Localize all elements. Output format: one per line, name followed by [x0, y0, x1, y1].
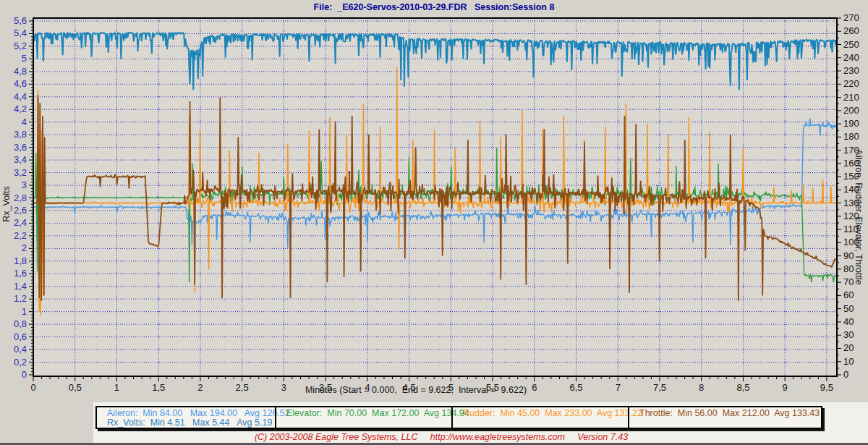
svg-text:180: 180 — [843, 131, 859, 142]
svg-text:50: 50 — [843, 303, 854, 314]
svg-text:80: 80 — [843, 263, 854, 274]
svg-text:4: 4 — [22, 116, 27, 127]
svg-text:1,2: 1,2 — [14, 293, 27, 304]
svg-text:0: 0 — [22, 369, 27, 380]
svg-text:3,8: 3,8 — [14, 129, 27, 140]
svg-text:2: 2 — [22, 242, 27, 253]
svg-text:4,2: 4,2 — [14, 103, 27, 114]
legend-cell-rudder: Rudder: Min 45.00 Max 233.00 Avg 133.22 — [451, 407, 628, 428]
svg-text:90: 90 — [843, 250, 854, 261]
svg-text:0,8: 0,8 — [14, 318, 27, 329]
svg-text:1,6: 1,6 — [14, 268, 27, 279]
svg-text:270: 270 — [843, 12, 859, 23]
svg-text:250: 250 — [843, 39, 859, 50]
svg-text:5,4: 5,4 — [14, 27, 27, 38]
svg-text:5,2: 5,2 — [14, 41, 27, 51]
svg-text:2,2: 2,2 — [14, 230, 27, 241]
svg-text:0,6: 0,6 — [14, 331, 27, 342]
svg-text:30: 30 — [843, 329, 854, 340]
app-window: File: _E620-Servos-2010-03-29.FDR Sessio… — [0, 0, 868, 445]
copyright-text: (C) 2003-2008 Eagle Tree Systems, LLC ht… — [94, 432, 788, 442]
svg-text:5: 5 — [22, 53, 27, 64]
legend-cell-throttle: Throttle: Min 56.00 Max 212.00 Avg 133.4… — [628, 407, 820, 428]
svg-text:3,6: 3,6 — [14, 142, 27, 153]
svg-text:40: 40 — [843, 316, 854, 327]
svg-text:4,8: 4,8 — [14, 66, 27, 77]
svg-text:1,8: 1,8 — [14, 255, 27, 266]
svg-text:4,6: 4,6 — [14, 78, 27, 89]
x-axis-title: Minutes (Start = 0.000, End = 9.622, Int… — [0, 385, 832, 395]
svg-text:0,4: 0,4 — [14, 344, 27, 355]
svg-text:260: 260 — [843, 25, 859, 36]
svg-text:3: 3 — [22, 179, 27, 190]
legend-rudder: Rudder: Min 45.00 Max 233.00 Avg 133.22 — [463, 409, 628, 418]
svg-text:2,6: 2,6 — [14, 205, 27, 216]
svg-text:0: 0 — [843, 369, 848, 380]
svg-text:1,4: 1,4 — [14, 281, 27, 292]
plot-canvas[interactable]: 00,20,40,60,811,21,41,61,822,22,42,62,83… — [0, 0, 868, 445]
svg-text:210: 210 — [843, 92, 859, 103]
svg-text:200: 200 — [843, 105, 859, 116]
svg-text:4,4: 4,4 — [14, 91, 27, 102]
legend-elevator: Elevator: Min 70.00 Max 172.00 Avg 134.9… — [286, 409, 451, 418]
svg-text:240: 240 — [843, 52, 859, 63]
legend-panel: Aileron: Min 84.00 Max 194.00 Avg 126.52… — [95, 406, 822, 429]
legend-cell-elevator: Elevator: Min 70.00 Max 172.00 Avg 134.9… — [275, 407, 451, 428]
svg-text:230: 230 — [843, 65, 859, 76]
svg-text:20: 20 — [843, 342, 854, 353]
legend-throttle: Throttle: Min 56.00 Max 212.00 Avg 133.4… — [639, 409, 820, 418]
svg-text:5,6: 5,6 — [14, 15, 27, 26]
svg-text:70: 70 — [843, 276, 854, 287]
svg-text:190: 190 — [843, 118, 859, 129]
legend-rx-volts: Rx_Volts: Min 4.51 Max 5.44 Avg 5.19 — [107, 418, 275, 428]
svg-text:3,2: 3,2 — [14, 167, 27, 178]
left-axis-title: Rx_Volts — [1, 186, 12, 221]
legend-cell-aileron-rxvolts: Aileron: Min 84.00 Max 194.00 Avg 126.52… — [97, 407, 275, 428]
svg-text:2,4: 2,4 — [14, 217, 27, 228]
svg-text:220: 220 — [843, 78, 859, 89]
right-axis-title: Aileron, Rudder, Elevator, Throttle — [854, 149, 864, 284]
svg-text:10: 10 — [843, 356, 854, 367]
svg-text:60: 60 — [843, 289, 854, 300]
svg-text:2,8: 2,8 — [14, 192, 27, 203]
svg-text:0,2: 0,2 — [14, 357, 27, 368]
svg-text:3,4: 3,4 — [14, 154, 27, 165]
svg-text:1: 1 — [22, 306, 27, 317]
